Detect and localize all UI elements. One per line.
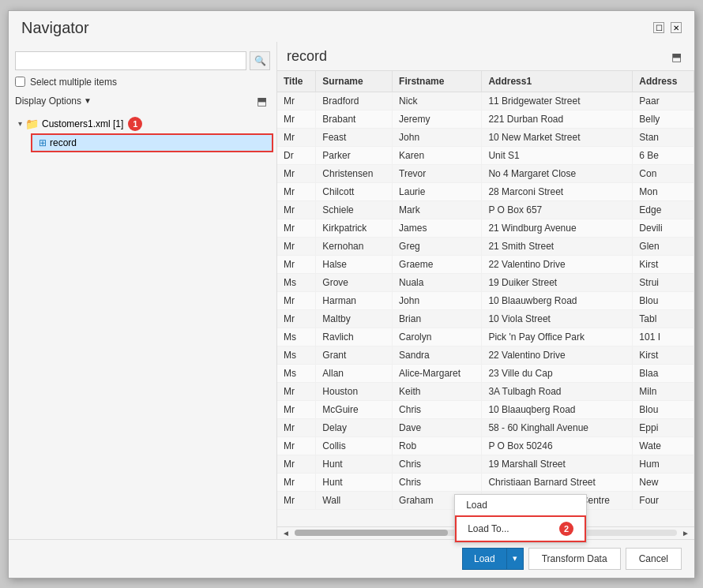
table-cell: Mr — [277, 473, 316, 491]
table-cell: Chris — [393, 400, 482, 418]
table-cell: Kernohan — [316, 237, 393, 255]
cancel-button[interactable]: Cancel — [626, 548, 682, 570]
bottom-bar: Load ▾ Transform Data Cancel Load Load T… — [9, 539, 694, 578]
table-cell: John — [393, 128, 482, 146]
badge-2: 2 — [559, 522, 573, 536]
table-cell: 10 Blaauwberg Road — [482, 291, 633, 309]
record-export-button[interactable]: ⬒ — [667, 48, 685, 66]
table-row[interactable]: MrMcGuireChris10 Blaauqberg RoadBlou — [277, 400, 694, 418]
select-multiple-row: Select multiple items — [9, 73, 276, 91]
table-row[interactable]: MrChristensenTrevorNo 4 Margaret CloseCo… — [277, 164, 694, 182]
content-area: 🔍 Select multiple items Display Options … — [9, 42, 694, 539]
table-cell: Jeremy — [393, 110, 482, 128]
search-input[interactable] — [15, 51, 246, 70]
table-cell: Laurie — [393, 182, 482, 200]
table-row[interactable]: MsAllanAlice-Margaret23 Ville du CapBlaa — [277, 364, 694, 382]
load-split-button: Load ▾ — [462, 548, 524, 570]
load-button[interactable]: Load — [462, 548, 506, 570]
table-cell: 58 - 60 Kinghall Avenue — [482, 418, 633, 436]
table-cell: Mr — [277, 436, 316, 455]
table-row[interactable]: MsRavlichCarolynPick 'n Pay Office Park1… — [277, 328, 694, 346]
table-cell: P O Box 50246 — [482, 436, 633, 455]
table-cell: John — [393, 291, 482, 309]
table-container: Title Surname Firstname Address1 Address… — [277, 71, 694, 526]
close-button[interactable]: ✕ — [671, 22, 682, 33]
table-row[interactable]: MrChilcottLaurie28 Marconi StreetMon — [277, 182, 694, 200]
table-cell: Schiele — [316, 200, 393, 219]
table-icon: ⊞ — [39, 137, 47, 148]
table-cell: Bradford — [316, 92, 393, 110]
load-dropdown-button[interactable]: ▾ — [506, 548, 524, 570]
table-cell: Nick — [393, 92, 482, 110]
table-cell: Devili — [633, 219, 694, 237]
scroll-right-arrow[interactable]: ► — [680, 529, 691, 537]
file-icon-button[interactable]: ⬒ — [253, 92, 270, 110]
table-cell: 3A Tulbagh Road — [482, 382, 633, 400]
table-cell: Nuala — [393, 273, 482, 291]
table-row[interactable]: DrParkerKarenUnit S16 Be — [277, 146, 694, 164]
table-cell: Four — [633, 491, 694, 509]
table-cell: Keith — [393, 382, 482, 400]
table-cell: Stan — [633, 128, 694, 146]
table-cell: Eppi — [633, 418, 694, 436]
restore-button[interactable]: ☐ — [653, 22, 664, 33]
tree-item-record[interactable]: ⊞ record — [31, 133, 273, 152]
table-cell: Ravlich — [316, 328, 393, 346]
table-row[interactable]: MrHuntChris19 Marshall StreetHum — [277, 455, 694, 473]
table-row[interactable]: MrBradfordNick11 Bridgewater StreetPaar — [277, 92, 694, 110]
scroll-left-arrow[interactable]: ◄ — [280, 529, 291, 537]
dropdown-load-item[interactable]: Load — [455, 495, 586, 515]
record-title: record — [287, 48, 327, 65]
table-row[interactable]: MrFeastJohn10 New Market StreetStan — [277, 128, 694, 146]
table-cell: Maltby — [316, 309, 393, 328]
folder-label: Customers1.xml [1] — [42, 118, 123, 129]
table-row[interactable]: MsGroveNuala19 Duiker StreetStrui — [277, 273, 694, 291]
transform-data-button[interactable]: Transform Data — [528, 548, 621, 570]
table-row[interactable]: MrHarmanJohn10 Blaauwberg RoadBlou — [277, 291, 694, 309]
dropdown-load-to-item[interactable]: Load To... 2 — [455, 515, 586, 542]
table-cell: Unit S1 — [482, 146, 633, 164]
table-cell: Trevor — [393, 164, 482, 182]
col-title: Title — [277, 71, 316, 92]
table-cell: Dr — [277, 146, 316, 164]
table-cell: Collis — [316, 436, 393, 455]
table-row[interactable]: MrDelayDave58 - 60 Kinghall AvenueEppi — [277, 418, 694, 436]
table-cell: Delay — [316, 418, 393, 436]
col-firstname: Firstname — [393, 71, 482, 92]
table-cell: Ms — [277, 364, 316, 382]
select-multiple-label: Select multiple items — [30, 77, 117, 88]
table-row[interactable]: MrBrabantJeremy221 Durban RoadBelly — [277, 110, 694, 128]
table-cell: Carolyn — [393, 328, 482, 346]
scrollbar-thumb — [295, 530, 448, 536]
table-cell: Grant — [316, 346, 393, 364]
left-panel: 🔍 Select multiple items Display Options … — [9, 42, 277, 539]
table-row[interactable]: MrKernohanGreg21 Smith StreetGlen — [277, 237, 694, 255]
table-row[interactable]: MrSchieleMarkP O Box 657Edge — [277, 200, 694, 219]
table-cell: Miln — [633, 382, 694, 400]
select-multiple-checkbox[interactable] — [15, 77, 25, 87]
search-button[interactable]: 🔍 — [250, 51, 270, 70]
table-cell: Hum — [633, 455, 694, 473]
table-cell: 10 Viola Street — [482, 309, 633, 328]
table-cell: Sandra — [393, 346, 482, 364]
table-cell: Con — [633, 164, 694, 182]
table-cell: McGuire — [316, 400, 393, 418]
table-row[interactable]: MrHalseGraeme22 Valentino DriveKirst — [277, 255, 694, 273]
table-row[interactable]: MrCollisRobP O Box 50246Wate — [277, 436, 694, 455]
table-body: MrBradfordNick11 Bridgewater StreetPaarM… — [277, 92, 694, 509]
table-row[interactable]: MrKirkpatrickJames21 Windburg AvenueDevi… — [277, 219, 694, 237]
table-cell: Ms — [277, 328, 316, 346]
display-options-label[interactable]: Display Options ▼ — [15, 96, 92, 107]
table-cell: 19 Marshall Street — [482, 455, 633, 473]
table-row[interactable]: MsGrantSandra22 Valentino DriveKirst — [277, 346, 694, 364]
table-row[interactable]: MrMaltbyBrian10 Viola StreetTabl — [277, 309, 694, 328]
table-cell: 22 Valentino Drive — [482, 255, 633, 273]
table-cell: Glen — [633, 237, 694, 255]
tree-folder-customers[interactable]: ▾ 📁 Customers1.xml [1] 1 — [12, 114, 273, 133]
table-cell: Mr — [277, 309, 316, 328]
table-row[interactable]: MrHoustonKeith3A Tulbagh RoadMiln — [277, 382, 694, 400]
table-cell: Chris — [393, 455, 482, 473]
table-row[interactable]: MrHuntChrisChristiaan Barnard StreetNew — [277, 473, 694, 491]
table-cell: Harman — [316, 291, 393, 309]
table-cell: Chilcott — [316, 182, 393, 200]
